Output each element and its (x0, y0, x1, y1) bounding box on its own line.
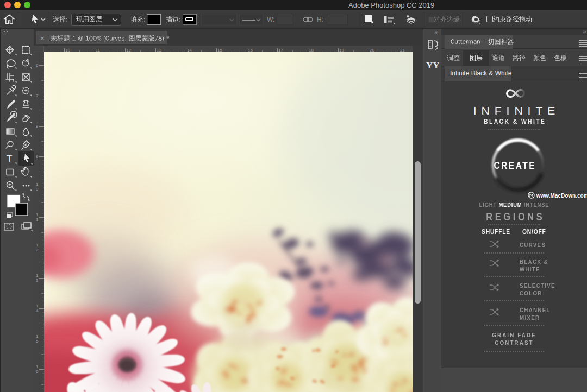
svg-text:1: 1 (36, 273, 39, 278)
svg-text:2: 2 (36, 248, 39, 252)
svg-text:7: 7 (36, 93, 39, 98)
svg-text:6: 6 (36, 63, 39, 68)
svg-text:5: 5 (36, 339, 39, 344)
svg-text:1: 1 (36, 304, 39, 308)
svg-text:9: 9 (36, 154, 39, 159)
svg-text:0: 0 (36, 187, 39, 192)
svg-text:1: 1 (36, 217, 39, 222)
svg-text:6: 6 (36, 369, 39, 374)
svg-text:1: 1 (36, 364, 39, 369)
svg-text:T: T (7, 154, 12, 164)
svg-text:3: 3 (36, 278, 39, 283)
svg-text:1: 1 (36, 334, 39, 339)
svg-text:8: 8 (36, 124, 39, 129)
svg-text:1: 1 (36, 182, 39, 187)
svg-text:1: 1 (36, 243, 39, 248)
svg-text:4: 4 (36, 308, 39, 313)
svg-text:1: 1 (36, 212, 39, 217)
